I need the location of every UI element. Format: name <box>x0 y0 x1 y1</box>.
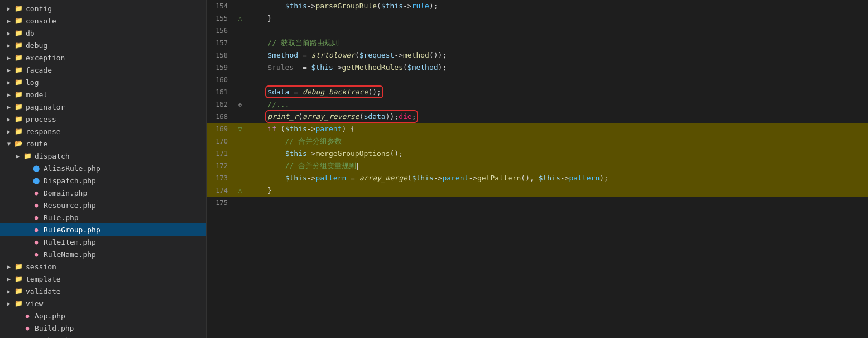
file-icon-rulegroup: ● <box>31 226 41 234</box>
code-line-173: 173 $this->pattern = array_merge($this->… <box>207 172 868 184</box>
file-icon-app: ● <box>22 312 32 320</box>
sidebar-item-template[interactable]: 📁 template <box>0 273 206 285</box>
code-content-168: print_r(array_reverse($data));die; <box>246 111 868 123</box>
code-content-154: $this->parseGroupRule($this->rule); <box>246 0 868 12</box>
gutter-icon-156 <box>234 25 246 37</box>
folder-icon-template: 📁 <box>13 275 23 283</box>
folder-icon-console: 📁 <box>13 17 23 25</box>
sidebar-item-config[interactable]: 📁 config <box>0 2 206 15</box>
code-line-160: 160 <box>207 74 868 86</box>
tree-arrow-dispatch <box>13 153 22 159</box>
folder-icon-validate: 📁 <box>13 287 23 295</box>
file-icon-rule: ● <box>31 214 41 221</box>
file-icon-ruleitem: ● <box>31 239 41 246</box>
sidebar-item-log[interactable]: 📁 log <box>0 76 206 88</box>
sidebar-label-model: model <box>26 91 47 99</box>
folder-icon-model: 📁 <box>13 91 23 98</box>
file-icon-resource: ● <box>31 202 41 209</box>
sidebar-item-view[interactable]: 📁 view <box>0 297 206 310</box>
gutter-icon-169: ▽ <box>234 123 246 135</box>
sidebar-item-route[interactable]: 📂 route <box>0 137 206 150</box>
sidebar-item-validate[interactable]: 📁 validate <box>0 285 206 297</box>
sidebar-item-rulename[interactable]: ● RuleName.php <box>0 248 206 260</box>
tree-arrow-log <box>4 79 13 85</box>
folder-icon-route: 📂 <box>13 140 23 147</box>
sidebar-label-dispatch: dispatch <box>35 152 70 160</box>
sidebar-item-db[interactable]: 📁 db <box>0 27 206 39</box>
line-number-158: 158 <box>207 49 234 61</box>
sidebar-item-exception[interactable]: 📁 exception <box>0 51 206 64</box>
sidebar-item-model[interactable]: 📁 model <box>0 88 206 101</box>
code-line-161: 161 $data = debug_backtrace(); <box>207 86 868 98</box>
sidebar-label-template: template <box>26 275 61 283</box>
gutter-icon-159 <box>234 61 246 74</box>
file-tree[interactable]: 📁 config 📁 console 📁 db 📁 debug 📁 except… <box>0 0 207 338</box>
sidebar-label-response: response <box>26 127 61 136</box>
gutter-icon-160 <box>234 74 246 86</box>
sidebar-label-session: session <box>26 263 56 271</box>
sidebar-item-response[interactable]: 📁 response <box>0 125 206 137</box>
arrow-up-icon-174: △ <box>238 187 242 194</box>
tree-arrow-config <box>4 6 13 12</box>
sidebar-label-rule: Rule.php <box>44 213 79 222</box>
folder-icon-facade: 📁 <box>13 66 23 74</box>
sidebar-item-debug[interactable]: 📁 debug <box>0 39 206 51</box>
code-line-156: 156 <box>207 25 868 37</box>
gutter-icon-154 <box>234 0 246 12</box>
sidebar-item-domain[interactable]: ● Domain.php <box>0 187 206 199</box>
sidebar-item-app[interactable]: ● App.php <box>0 310 206 322</box>
tree-arrow-exception <box>4 55 13 61</box>
sidebar-item-process[interactable]: 📁 process <box>0 113 206 125</box>
sidebar-item-rulegroup[interactable]: ● RuleGroup.php <box>0 223 206 236</box>
folder-icon-log: 📁 <box>13 78 23 86</box>
sidebar-item-build[interactable]: ● Build.php <box>0 322 206 334</box>
line-number-168: 168 <box>207 111 234 123</box>
line-number-157: 157 <box>207 37 234 49</box>
gutter-icon-168 <box>234 111 246 123</box>
collapse-icon-162: ⊕ <box>238 102 242 108</box>
code-content-155: } <box>246 12 868 25</box>
code-line-157: 157 // 获取当前路由规则 <box>207 37 868 49</box>
code-editor[interactable]: 154 $this->parseGroupRule($this->rule); … <box>207 0 868 338</box>
sidebar-item-session[interactable]: 📁 session <box>0 260 206 273</box>
code-content-174: } <box>246 184 868 197</box>
line-number-160: 160 <box>207 74 234 86</box>
line-number-155: 155 <box>207 12 234 25</box>
sidebar-label-build: Build.php <box>35 324 74 332</box>
code-line-175: 175 <box>207 197 868 209</box>
sidebar-item-cache[interactable]: ● Cache.php <box>0 334 206 338</box>
sidebar-item-ruleitem[interactable]: ● RuleItem.php <box>0 236 206 248</box>
code-content-158: $method = strtolower($request->method())… <box>246 49 868 61</box>
line-number-172: 172 <box>207 160 234 172</box>
sidebar-item-paginator[interactable]: 📁 paginator <box>0 101 206 113</box>
sidebar-label-domain: Domain.php <box>44 189 87 197</box>
folder-icon-paginator: 📁 <box>13 103 23 111</box>
gutter-icon-171 <box>234 147 246 160</box>
code-line-169: 169 ▽ if ($this->parent) { <box>207 123 868 135</box>
code-line-159: 159 $rules = $this->getMethodRules($meth… <box>207 61 868 74</box>
sidebar-item-resource[interactable]: ● Resource.php <box>0 199 206 211</box>
sidebar-item-dispatch[interactable]: 📁 dispatch <box>0 150 206 162</box>
tree-arrow-console <box>4 18 13 24</box>
sidebar-item-facade[interactable]: 📁 facade <box>0 64 206 76</box>
line-number-174: 174 <box>207 184 234 197</box>
code-content-169: if ($this->parent) { <box>246 123 868 135</box>
sidebar-item-dispatch-php[interactable]: ⬤ Dispatch.php <box>0 174 206 187</box>
sidebar-item-console[interactable]: 📁 console <box>0 15 206 27</box>
gutter-icon-173 <box>234 172 246 184</box>
sidebar-label-rulename: RuleName.php <box>44 250 96 259</box>
sidebar-item-aliasrule[interactable]: ⬤ AliasRule.php <box>0 162 206 174</box>
tree-arrow-template <box>4 276 13 282</box>
code-content-159: $rules = $this->getMethodRules($method); <box>246 61 868 74</box>
sidebar-label-dispatch-php: Dispatch.php <box>44 177 96 185</box>
sidebar-label-db: db <box>26 29 35 37</box>
gutter-icon-175 <box>234 197 246 209</box>
sidebar-label-aliasrule: AliasRule.php <box>44 164 100 173</box>
code-content-170: // 合并分组参数 <box>246 135 868 147</box>
code-line-174: 174 △ } <box>207 184 868 197</box>
line-number-173: 173 <box>207 172 234 184</box>
sidebar-item-rule[interactable]: ● Rule.php <box>0 211 206 223</box>
line-number-154: 154 <box>207 0 234 12</box>
tree-arrow-session <box>4 264 13 270</box>
line-number-161: 161 <box>207 86 234 98</box>
